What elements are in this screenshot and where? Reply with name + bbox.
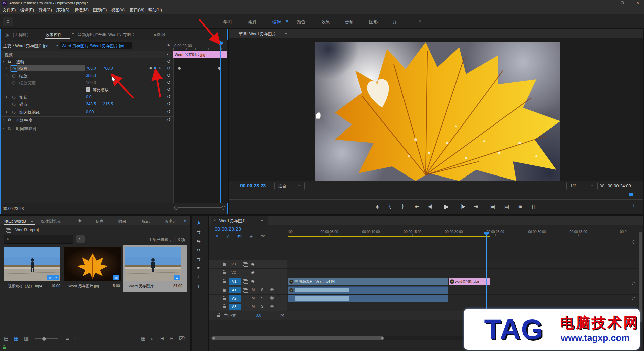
- position-y-value[interactable]: 760.0: [103, 66, 113, 71]
- timeline-tab-close-icon[interactable]: ×: [213, 218, 216, 223]
- workspace-tab-editing[interactable]: 编辑: [272, 19, 281, 25]
- workspace-tab-learning[interactable]: 学习: [223, 19, 232, 25]
- extract-icon[interactable]: ▤: [504, 204, 509, 210]
- anchor-x-value[interactable]: 343.5: [86, 102, 96, 106]
- stopwatch-icon[interactable]: ◷: [11, 65, 17, 72]
- search-input[interactable]: [4, 235, 73, 244]
- stopwatch-icon[interactable]: ◷: [12, 95, 15, 99]
- tab-effect-controls[interactable]: 效果控件: [46, 32, 62, 38]
- opacity-group-label[interactable]: 不透明度: [16, 118, 32, 123]
- antiflicker-label[interactable]: 防闪烁滤镜: [19, 110, 40, 115]
- project-item-label[interactable]: 视频素材（总）.mp4: [8, 284, 42, 289]
- solo-button[interactable]: S: [261, 304, 263, 308]
- go-to-in-icon[interactable]: ⇤: [415, 203, 419, 210]
- motion-group-label[interactable]: 运动: [16, 59, 24, 65]
- insert-overwrite-icon[interactable]: ✳: [215, 234, 219, 239]
- source-assign-icon[interactable]: [243, 279, 247, 283]
- track-lane-v3[interactable]: [287, 260, 638, 269]
- slip-tool-icon[interactable]: ⇆: [197, 256, 201, 262]
- project-overflow-icon[interactable]: »: [184, 218, 187, 223]
- close-button[interactable]: ×: [633, 0, 643, 5]
- uniform-scale-checkbox[interactable]: ✓: [86, 87, 90, 92]
- settings-wrench-icon[interactable]: ⚒: [600, 183, 604, 189]
- maximize-button[interactable]: ▢: [617, 1, 627, 4]
- ruler-ticks[interactable]: [288, 234, 638, 236]
- lock-icon[interactable]: [223, 306, 226, 308]
- track-height-toggle[interactable]: [632, 297, 635, 300]
- menu-sequence[interactable]: 序列(S): [56, 7, 69, 13]
- voiceover-mic-icon[interactable]: [271, 305, 273, 307]
- hand-tool-icon[interactable]: ☝: [197, 274, 200, 280]
- clear-icon[interactable]: ⌦: [179, 336, 186, 341]
- mark-out-icon[interactable]: }: [402, 203, 404, 209]
- program-scrubber-thumb[interactable]: [629, 193, 633, 196]
- expander-icon[interactable]: ›: [6, 73, 7, 77]
- icon-view-icon[interactable]: ▦: [14, 336, 18, 341]
- source-assign-icon[interactable]: [243, 271, 247, 274]
- effect-controls-menu-icon[interactable]: ≡: [72, 32, 74, 36]
- solo-button[interactable]: S: [261, 288, 263, 292]
- toggle-track-output-icon[interactable]: ◉: [251, 262, 254, 266]
- mute-button[interactable]: M: [252, 288, 255, 292]
- expander-icon[interactable]: ›: [3, 59, 4, 63]
- reset-opacity-icon[interactable]: ↺: [167, 117, 171, 122]
- snap-magnet-icon[interactable]: ∩: [227, 234, 230, 239]
- prev-keyframe-icon[interactable]: ◀: [149, 66, 152, 70]
- reset-position-icon[interactable]: ↺: [167, 66, 171, 71]
- master-clip-label[interactable]: 主要 * Word 另存图片.jpg: [3, 43, 48, 49]
- zoom-handle-left[interactable]: [174, 206, 178, 210]
- stopwatch-icon[interactable]: ◷: [12, 73, 15, 78]
- expander-icon[interactable]: ›: [6, 110, 7, 114]
- workspace-tab-assembly[interactable]: 组件: [248, 19, 257, 25]
- program-timecode[interactable]: 00:00:23:23: [240, 183, 266, 188]
- program-menu-icon[interactable]: ≡: [285, 31, 287, 35]
- menu-clip[interactable]: 剪辑(C): [38, 7, 52, 13]
- reset-scale-icon[interactable]: ↺: [167, 73, 171, 78]
- automate-to-sequence-icon[interactable]: ▦: [141, 336, 145, 341]
- find-icon[interactable]: ⌕: [151, 336, 154, 341]
- toggle-track-output-icon[interactable]: ◉: [251, 279, 254, 283]
- pan-icon[interactable]: ⋈: [280, 313, 285, 318]
- lock-icon[interactable]: [217, 315, 220, 317]
- go-to-out-icon[interactable]: ⇥: [474, 203, 478, 210]
- type-tool-icon[interactable]: T: [197, 284, 200, 289]
- source-assign-icon[interactable]: [243, 262, 247, 266]
- tab-source-monitor[interactable]: 源:（无剪辑）: [5, 32, 31, 38]
- track-height-toggle[interactable]: [632, 240, 635, 244]
- zoom-track[interactable]: [178, 207, 222, 208]
- new-bin-icon[interactable]: ⊞: [160, 336, 164, 341]
- lock-icon[interactable]: [223, 281, 226, 283]
- comparison-view-icon[interactable]: ◫: [532, 204, 537, 210]
- zoom-handle-right[interactable]: [222, 206, 225, 210]
- menu-edit[interactable]: 编辑(E): [20, 7, 34, 13]
- workspace-tab-menu-icon[interactable]: ≡: [286, 19, 288, 24]
- mute-button[interactable]: M: [252, 304, 255, 308]
- position-label[interactable]: 位置: [19, 66, 28, 72]
- scrollbar-zoom-handle[interactable]: [212, 337, 215, 340]
- program-scrubber-track[interactable]: [237, 195, 638, 195]
- timeline-vertical-scrollbar[interactable]: [639, 232, 642, 322]
- track-header-a2[interactable]: [209, 295, 287, 303]
- linked-selection-icon[interactable]: ◩: [237, 234, 241, 239]
- scale-label[interactable]: 缩放: [19, 73, 28, 79]
- razor-tool-icon[interactable]: ✂: [197, 247, 201, 253]
- timeline-menu-icon[interactable]: ≡: [261, 218, 263, 222]
- source-assign-icon[interactable]: [243, 297, 247, 300]
- reset-uniform-icon[interactable]: ↺: [167, 87, 171, 92]
- minimize-button[interactable]: –: [602, 0, 612, 5]
- menu-window[interactable]: 窗口(W): [130, 7, 144, 13]
- expander-icon[interactable]: ›: [6, 95, 7, 99]
- timeline-horizontal-scrollbar-thumb[interactable]: [211, 336, 384, 340]
- project-item-thumbnail[interactable]: [125, 247, 181, 281]
- menu-markers[interactable]: 标记(M): [74, 7, 89, 13]
- add-keyframe-icon[interactable]: ◆: [154, 66, 156, 70]
- project-item-label[interactable]: Word 另存图片.jpg: [68, 284, 99, 289]
- anchor-y-value[interactable]: 215.5: [103, 102, 113, 106]
- workspace-overflow-icon[interactable]: »: [419, 18, 421, 24]
- new-item-icon[interactable]: ⊟: [170, 336, 174, 341]
- rotation-value[interactable]: 0.0: [86, 95, 92, 99]
- voiceover-mic-icon[interactable]: [271, 296, 273, 299]
- lock-icon[interactable]: [223, 272, 226, 274]
- export-frame-icon[interactable]: ◙: [519, 204, 522, 209]
- workspace-tab-audio[interactable]: 音频: [345, 19, 354, 25]
